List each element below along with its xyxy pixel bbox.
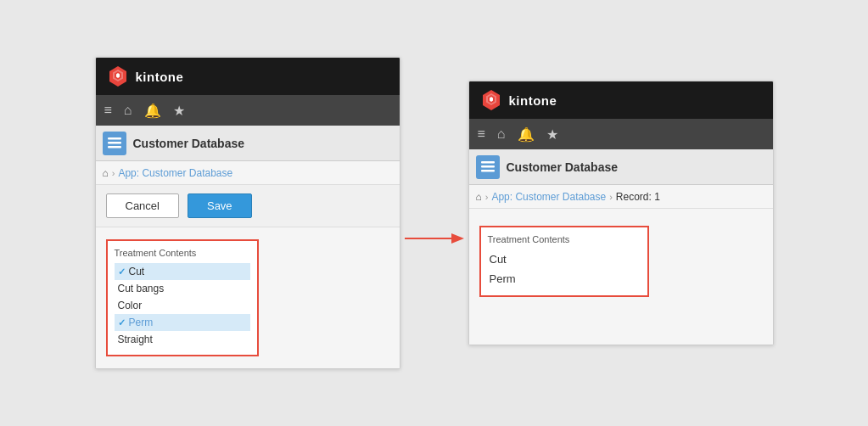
- svg-rect-6: [108, 142, 121, 144]
- svg-rect-15: [481, 161, 495, 164]
- treatment-item-color-label: Color: [118, 300, 143, 311]
- svg-marker-9: [451, 233, 464, 244]
- right-content-area: Treatment Contents Cut Perm: [469, 209, 773, 345]
- right-breadcrumb-app[interactable]: App: Customer Database: [491, 191, 606, 203]
- left-app-label: App:: [118, 167, 142, 179]
- right-breadcrumb-home[interactable]: ⌂: [476, 191, 482, 203]
- left-panel: kintone ≡ ⌂ 🔔 ★ Customer Database ⌂ ›: [95, 57, 400, 369]
- svg-rect-5: [108, 137, 121, 140]
- right-app-label: App:: [491, 191, 515, 203]
- right-menu-icon[interactable]: ≡: [478, 126, 485, 142]
- right-record-label: Record: 1: [616, 191, 660, 203]
- right-home-icon[interactable]: ⌂: [497, 126, 506, 142]
- treatment-view-label: Treatment Contents: [488, 234, 641, 244]
- left-app-name: kintone: [136, 70, 184, 84]
- right-panel: kintone ≡ ⌂ 🔔 ★ Customer Database ⌂ ›: [468, 81, 774, 345]
- left-content-area: Treatment Contents ✓ Cut Cut bangs Color…: [96, 227, 400, 368]
- arrow-icon: [405, 230, 464, 247]
- left-app-link: Customer Database: [142, 167, 232, 179]
- svg-rect-16: [481, 165, 495, 168]
- treatment-item-straight[interactable]: Straight: [115, 331, 250, 348]
- left-breadcrumb-sep1: ›: [112, 168, 115, 178]
- right-breadcrumb: ⌂ › App: Customer Database › Record: 1: [469, 185, 773, 209]
- right-star-icon[interactable]: ★: [546, 126, 558, 143]
- left-app-icon: [103, 132, 126, 155]
- treatment-item-cut-label: Cut: [129, 266, 145, 277]
- checkmark-cut: ✓: [118, 266, 126, 277]
- treatment-item-cutbangs-label: Cut bangs: [118, 283, 165, 294]
- treatment-edit-box: Treatment Contents ✓ Cut Cut bangs Color…: [106, 239, 259, 356]
- right-app-name: kintone: [509, 93, 557, 108]
- left-breadcrumb: ⌂ › App: Customer Database: [96, 161, 400, 185]
- treatment-item-cutbangs[interactable]: Cut bangs: [115, 280, 250, 297]
- right-toolbar: ≡ ⌂ 🔔 ★: [469, 119, 773, 149]
- treatment-item-cut[interactable]: ✓ Cut: [115, 263, 250, 280]
- left-logo: kintone: [106, 64, 184, 88]
- save-button[interactable]: Save: [188, 193, 252, 218]
- left-action-bar: Cancel Save: [96, 185, 400, 227]
- left-menu-icon[interactable]: ≡: [104, 103, 112, 118]
- left-nav-bar: kintone: [96, 58, 400, 95]
- left-bell-icon[interactable]: 🔔: [144, 103, 161, 119]
- treatment-view-box: Treatment Contents Cut Perm: [479, 226, 649, 297]
- svg-rect-17: [481, 170, 495, 172]
- right-breadcrumb-sep1: ›: [485, 192, 489, 202]
- treatment-item-perm[interactable]: ✓ Perm: [115, 314, 250, 331]
- cancel-button[interactable]: Cancel: [106, 193, 179, 218]
- left-breadcrumb-app[interactable]: App: Customer Database: [118, 167, 232, 179]
- treatment-item-color[interactable]: Color: [115, 297, 250, 314]
- arrow-container: [400, 179, 468, 247]
- right-app-icon: [476, 155, 500, 179]
- right-app-link: Customer Database: [515, 191, 606, 203]
- left-list-icon: [107, 136, 122, 151]
- right-nav-bar: kintone: [469, 81, 773, 119]
- right-list-icon: [480, 160, 496, 175]
- kintone-logo-icon: [106, 64, 130, 88]
- view-item-cut: Cut: [488, 249, 641, 269]
- left-toolbar: ≡ ⌂ 🔔 ★: [96, 95, 400, 126]
- right-app-title: Customer Database: [507, 160, 619, 174]
- right-breadcrumb-sep2: ›: [609, 192, 613, 202]
- treatment-item-perm-label: Perm: [129, 317, 154, 328]
- left-app-title: Customer Database: [133, 137, 245, 150]
- treatment-edit-label: Treatment Contents: [115, 248, 250, 258]
- right-app-header: Customer Database: [469, 149, 773, 185]
- view-item-perm: Perm: [488, 269, 641, 289]
- main-layout: kintone ≡ ⌂ 🔔 ★ Customer Database ⌂ ›: [27, 57, 842, 369]
- left-home-icon[interactable]: ⌂: [124, 103, 132, 118]
- svg-rect-7: [108, 146, 121, 149]
- left-star-icon[interactable]: ★: [173, 103, 185, 119]
- right-kintone-logo-icon: [479, 88, 503, 112]
- checkmark-perm: ✓: [118, 317, 126, 328]
- left-breadcrumb-home[interactable]: ⌂: [103, 167, 109, 179]
- right-bell-icon[interactable]: 🔔: [518, 126, 535, 143]
- treatment-item-straight-label: Straight: [118, 334, 153, 345]
- right-logo: kintone: [479, 88, 557, 112]
- left-app-header: Customer Database: [96, 126, 400, 161]
